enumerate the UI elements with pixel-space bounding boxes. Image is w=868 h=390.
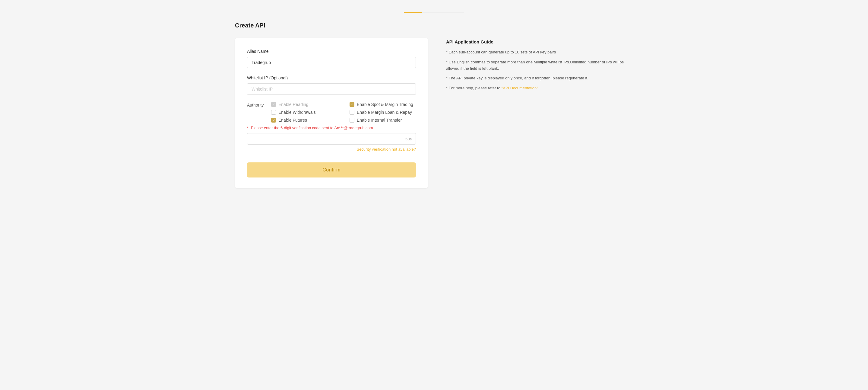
page-title: Create API [235,22,633,29]
verification-label-text: Please enter the 6-digit verification co… [251,126,373,130]
guide-title: API Application Guide [446,39,633,45]
form-card: Alias Name Whitelist IP (Optional) Autho… [235,38,428,188]
verification-input-wrapper: 50s [247,133,416,145]
checkbox-box-futures: ✓ [271,118,276,122]
guide-list: * Each sub-account can generate up to 10… [446,49,633,91]
verification-section: * Please enter the 6-digit verification … [247,126,416,151]
checkbox-label-margin-loan: Enable Margin Loan & Repay [357,110,412,115]
authority-section: Authority ✓ Enable Reading ✓ E [247,102,416,122]
guide-item-4-text: * For more help, please refer to [446,86,500,90]
checkbox-enable-internal-transfer[interactable]: Enable Internal Transfer [349,118,416,122]
checkbox-enable-withdrawals[interactable]: Enable Withdrawals [271,110,338,115]
checkbox-label-internal-transfer: Enable Internal Transfer [357,118,402,122]
required-star: * [247,126,249,130]
checkbox-box-spot-margin: ✓ [349,102,354,107]
checkbox-box-reading: ✓ [271,102,276,107]
guide-item-3: * The API private key is displayed only … [446,75,633,82]
alias-field-group: Alias Name [247,49,416,68]
verification-input[interactable] [247,133,416,145]
checkbox-enable-margin-loan[interactable]: Enable Margin Loan & Repay [349,110,416,115]
checkmark-futures: ✓ [272,119,275,122]
whitelist-field-group: Whitelist IP (Optional) [247,76,416,95]
checkbox-label-reading: Enable Reading [278,102,309,107]
checkbox-box-internal-transfer [349,118,354,122]
guide-item-4: * For more help, please refer to "API Do… [446,85,633,91]
authority-label: Authority [247,102,271,108]
api-doc-link[interactable]: "API Documentation" [501,86,538,90]
whitelist-label: Whitelist IP (Optional) [247,76,416,80]
alias-input[interactable] [247,57,416,68]
checkbox-box-withdrawals [271,110,276,115]
checkbox-label-withdrawals: Enable Withdrawals [278,110,316,115]
whitelist-input[interactable] [247,83,416,95]
guide-item-2: * Use English commas to separate more th… [446,59,633,72]
checkmark-reading: ✓ [272,103,275,106]
checkbox-enable-spot-margin[interactable]: ✓ Enable Spot & Margin Trading [349,102,416,107]
checkbox-enable-reading[interactable]: ✓ Enable Reading [271,102,338,107]
confirm-button[interactable]: Confirm [247,162,416,177]
checkmark-spot-margin: ✓ [351,103,353,106]
checkbox-label-spot-margin: Enable Spot & Margin Trading [357,102,413,107]
security-verification-link[interactable]: Security verification not available? [247,147,416,151]
verification-label: * Please enter the 6-digit verification … [247,126,416,130]
timer-badge: 50s [405,137,412,141]
checkbox-label-futures: Enable Futures [278,118,307,122]
guide-section: API Application Guide * Each sub-account… [446,38,633,91]
checkboxes-grid: ✓ Enable Reading ✓ Enable Spot & Margin … [271,102,416,122]
alias-label: Alias Name [247,49,416,54]
checkbox-box-margin-loan [349,110,354,115]
guide-item-1: * Each sub-account can generate up to 10… [446,49,633,56]
checkbox-enable-futures[interactable]: ✓ Enable Futures [271,118,338,122]
